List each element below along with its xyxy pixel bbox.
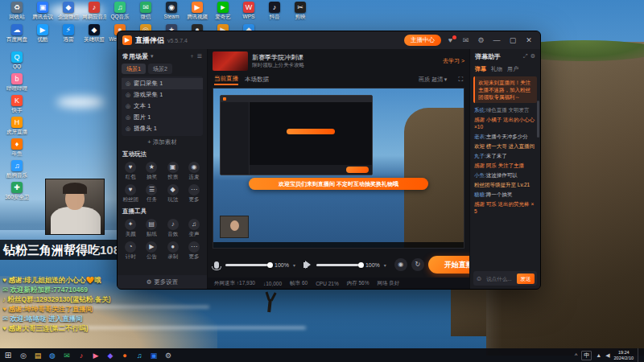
taskbar-app-icon[interactable]: ● xyxy=(118,352,132,360)
scene-menu-icon[interactable]: ☰ xyxy=(197,53,202,60)
tab-session-data[interactable]: 本场数据 xyxy=(245,76,269,84)
chevron-down-icon[interactable]: ▾ xyxy=(151,53,154,60)
desktop-icon[interactable]: ♪抖音 xyxy=(262,2,287,21)
tool-item[interactable]: ●录制 xyxy=(163,240,184,262)
microphone-icon[interactable] xyxy=(214,261,219,269)
source-row[interactable]: ◎文本 1 xyxy=(122,101,203,112)
desktop-icon[interactable]: H虎牙直播 xyxy=(5,117,29,136)
close-button[interactable]: ✕ xyxy=(522,36,535,44)
desktop-icon[interactable]: ✉微信 xyxy=(134,2,158,21)
desktop-icon[interactable]: ♻回收站 xyxy=(5,2,29,21)
quality-select[interactable]: 画质 超清 ▾ xyxy=(419,76,447,84)
taskbar-app-icon[interactable]: ▣ xyxy=(147,352,161,360)
desktop-icon[interactable]: ♫QQ音乐 xyxy=(108,2,132,21)
desktop-icon[interactable]: ♦斗鱼 xyxy=(5,138,29,158)
send-button[interactable]: 发送 xyxy=(517,274,535,284)
add-source-button[interactable]: + 添加素材 xyxy=(118,136,207,148)
speaker-icon[interactable] xyxy=(303,262,308,268)
emoji-icon[interactable]: ☺ xyxy=(476,275,482,282)
settings-icon[interactable]: ⚙ xyxy=(475,36,487,44)
desktop-icon[interactable]: ◆企业微信 xyxy=(56,2,80,21)
tab-gifts[interactable]: 礼物 xyxy=(491,65,502,73)
visibility-eye-icon[interactable]: ◎ xyxy=(126,80,130,87)
desktop-icon[interactable]: b哔哩哔哩 xyxy=(5,73,29,93)
play-item[interactable]: ◆玩法 xyxy=(163,183,184,205)
tool-item[interactable]: ✦美颜 xyxy=(120,217,141,240)
taskbar-app-icon[interactable]: ✉ xyxy=(60,352,74,360)
headset-monitor-button[interactable]: ◉ xyxy=(394,258,407,271)
desktop-icon[interactable]: ◉Steam xyxy=(159,2,184,19)
ime-indicator[interactable]: 中 xyxy=(581,351,592,360)
anchor-center-button[interactable]: 主播中心 xyxy=(404,35,441,46)
popout-icon[interactable]: ⤢ xyxy=(523,53,528,60)
play-item[interactable]: ♥红包 xyxy=(120,160,141,183)
mic-caret-icon[interactable]: ▾ xyxy=(293,262,295,268)
window-titlebar[interactable]: ▶ 直播伴侣 v5.5.7.4 主播中心 ♥ ✉ ⚙ — ▢ ✕ xyxy=(118,31,540,49)
visibility-eye-icon[interactable]: ◎ xyxy=(126,92,130,98)
play-item[interactable]: ★抽奖 xyxy=(141,160,162,183)
add-scene-icon[interactable]: ＋ xyxy=(189,52,195,60)
taskbar-app-icon[interactable]: ◎ xyxy=(16,352,31,360)
tool-item[interactable]: ▶公告 xyxy=(141,240,162,262)
show-desktop-button[interactable] xyxy=(638,348,641,362)
play-item[interactable]: ⋯更多 xyxy=(184,183,204,205)
gift-icon[interactable]: ♥ xyxy=(444,36,456,44)
scrollbar[interactable] xyxy=(537,101,539,138)
tab-current-live[interactable]: 当前直播 xyxy=(214,75,238,85)
source-row[interactable]: ◎游戏采集 1 xyxy=(122,89,203,101)
tool-item[interactable]: ♫变声 xyxy=(184,217,204,240)
taskbar-app-icon[interactable]: ♪ xyxy=(74,352,89,360)
promo-link[interactable]: 去学习 > xyxy=(443,57,464,65)
refresh-button[interactable]: ↻ xyxy=(411,258,424,271)
play-item[interactable]: ◉连麦 xyxy=(184,160,204,183)
taskbar-app-icon[interactable]: ⚙ xyxy=(161,352,175,360)
visibility-eye-icon[interactable]: ◎ xyxy=(126,114,130,121)
taskbar-app-icon[interactable]: ◆ xyxy=(103,352,118,360)
scene-tab-1[interactable]: 场景1 xyxy=(122,64,146,74)
start-button[interactable]: ⊞ xyxy=(0,351,16,360)
desktop-icon[interactable]: ⚡迅雷 xyxy=(56,24,80,43)
taskbar-app-icon[interactable]: ♫ xyxy=(132,352,147,360)
taskbar-clock[interactable]: 19:24 2024/2/10 xyxy=(614,350,634,361)
message-icon[interactable]: ✉ xyxy=(460,36,472,44)
scene-tab-2[interactable]: 场景2 xyxy=(148,64,172,74)
desktop-icon[interactable]: QQQ xyxy=(5,51,29,69)
tool-item[interactable]: ◔计时 xyxy=(120,240,141,262)
network-icon[interactable]: ▲ xyxy=(596,352,601,358)
mic-volume-knob[interactable] xyxy=(267,262,273,268)
source-row[interactable]: ◎摄像头 1 xyxy=(122,123,203,134)
tab-users[interactable]: 用户 xyxy=(507,65,518,73)
taskbar-app-icon[interactable]: ▤ xyxy=(31,352,45,360)
desktop-icon[interactable]: ✂剪映 xyxy=(288,2,312,21)
volume-icon[interactable]: ◀ xyxy=(605,352,609,359)
mic-volume-slider[interactable] xyxy=(225,264,270,266)
tab-danmaku[interactable]: 弹幕 xyxy=(475,65,486,73)
live-preview-canvas[interactable]: 欢迎宝贝们来到直播间 不定时互动抽奖换礼物哦 xyxy=(213,88,464,249)
desktop-icon[interactable]: ♫酷狗音乐 xyxy=(5,160,29,179)
tool-item[interactable]: ♪音效 xyxy=(163,217,184,240)
play-item[interactable]: ▣投票 xyxy=(163,160,184,183)
maximize-button[interactable]: ▢ xyxy=(506,36,519,44)
speaker-caret-icon[interactable]: ▾ xyxy=(384,262,386,268)
source-row[interactable]: ◎窗口采集 1 xyxy=(122,78,203,89)
more-settings-button[interactable]: ⚙更多设置 xyxy=(118,275,207,289)
desktop-icon[interactable]: ◆英雄联盟 xyxy=(82,24,106,43)
taskbar-app-icon[interactable]: ▶ xyxy=(89,352,103,360)
tool-item[interactable]: ⋯更多 xyxy=(184,240,204,262)
tray-expand-icon[interactable]: ^ xyxy=(575,352,577,358)
desktop-icon[interactable]: ♪网易云音乐 xyxy=(82,2,106,21)
desktop-icon[interactable]: ▶腾讯视频 xyxy=(185,2,209,21)
visibility-eye-icon[interactable]: ◎ xyxy=(126,103,130,109)
play-item[interactable]: ☰任务 xyxy=(141,183,162,205)
desktop-icon[interactable]: ►爱奇艺 xyxy=(211,2,235,21)
speaker-volume-slider[interactable] xyxy=(316,264,361,266)
promo-video-thumbnail[interactable] xyxy=(213,51,248,71)
tool-item[interactable]: ▤贴纸 xyxy=(141,217,162,240)
fullscreen-icon[interactable]: ⛶ xyxy=(458,76,463,84)
desktop-icon[interactable]: K快手 xyxy=(5,95,29,114)
webcam-overlay[interactable] xyxy=(45,179,105,235)
desktop-icon[interactable]: ▣腾讯会议 xyxy=(31,2,55,21)
source-row[interactable]: ◎图片 1 xyxy=(122,112,203,123)
visibility-eye-icon[interactable]: ◎ xyxy=(126,125,130,132)
gear-icon[interactable]: ⚙ xyxy=(530,53,535,60)
